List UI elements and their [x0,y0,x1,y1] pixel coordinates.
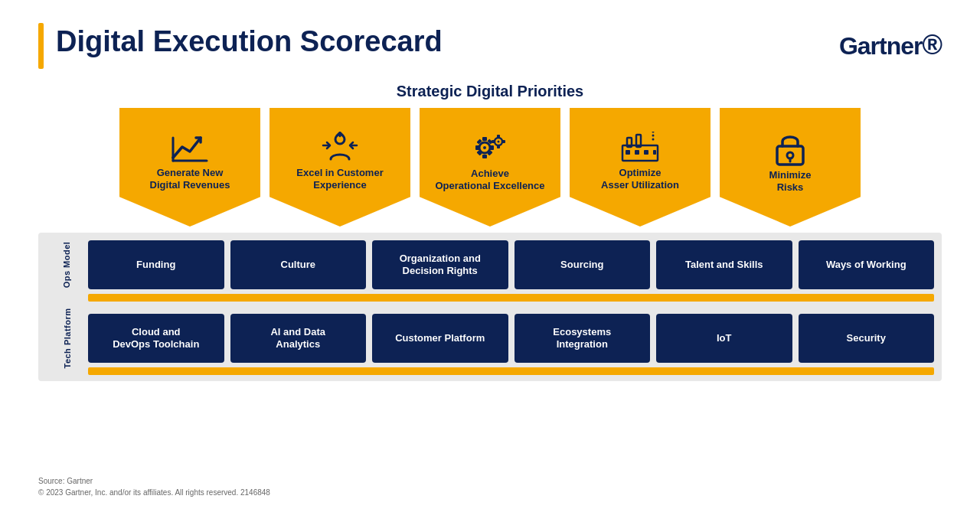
pentagon-achieve: AchieveOperational Excellence [420,108,560,227]
title-accent-bar [38,23,44,69]
svg-point-31 [652,132,655,133]
pentagon-shape-optimize: OptimizeAsser Utilization [570,108,710,227]
ops-model-label: Ops Model [63,242,72,289]
cell-ai: AI and DataAnalytics [230,314,367,363]
ops-model-row: Ops Model Funding Culture Organization a… [38,233,942,289]
strategic-label: Strategic Digital Priorities [0,83,980,100]
cell-ecosystems: EcosystemsIntegration [514,314,651,363]
svg-rect-11 [490,145,494,150]
cell-funding: Funding [88,240,224,289]
tech-platform-row: Tech Platform Cloud andDevOps Toolchain … [38,306,942,363]
footer-line2: © 2023 Gartner, Inc. and/or its affiliat… [38,487,270,498]
svg-rect-21 [502,140,505,143]
ops-model-label-container: Ops Model [46,240,88,289]
svg-rect-18 [497,135,500,138]
footer-line1: Source: Gartner [38,475,270,487]
svg-rect-19 [497,145,500,148]
pentagon-excel: Excel in CustomerExperience [270,108,410,227]
chart-up-icon [170,132,210,164]
svg-rect-28 [653,150,656,155]
pentagon-optimize: OptimizeAsser Utilization [570,108,710,227]
cell-customer-platform: Customer Platform [372,314,508,363]
svg-rect-9 [482,155,487,158]
pentagon-generate: Generate NewDigital Revenues [119,108,260,227]
title-block: Digital Execution Scorecard [38,23,443,69]
cell-culture: Culture [230,240,367,289]
pentagons-row: Generate NewDigital Revenues Excel in Cu… [0,108,980,227]
pentagon-label-generate: Generate NewDigital Revenues [150,167,230,191]
svg-point-30 [652,135,655,137]
person-arrows-icon [320,132,360,164]
svg-rect-10 [475,145,479,150]
pentagon-shape-minimize: MinimizeRisks [720,108,861,227]
gartner-logo: Gartner® [839,23,942,61]
gears-icon [469,131,511,165]
cell-talent: Talent and Skills [656,240,792,289]
pentagon-shape-achieve: AchieveOperational Excellence [420,108,560,227]
cell-iot: IoT [656,314,792,363]
grid-bottom-space [38,375,942,381]
pentagon-label-optimize: OptimizeAsser Utilization [601,167,679,191]
header: Digital Execution Scorecard Gartner® [0,0,980,69]
pentagon-label-minimize: MinimizeRisks [769,169,812,193]
cell-sourcing: Sourcing [514,240,651,289]
svg-rect-25 [626,150,630,155]
footer: Source: Gartner © 2023 Gartner, Inc. and… [38,475,270,498]
svg-rect-20 [492,140,495,143]
ops-model-cells: Funding Culture Organization andDecision… [88,240,934,289]
svg-point-17 [498,141,500,143]
pentagon-label-excel: Excel in CustomerExperience [296,167,383,191]
cell-ways: Ways of Working [799,240,935,289]
pentagon-shape-generate: Generate NewDigital Revenues [119,108,260,227]
pentagon-label-achieve: AchieveOperational Excellence [435,168,544,191]
tech-platform-cells: Cloud andDevOps Toolchain AI and DataAna… [88,314,934,363]
svg-rect-27 [644,150,648,155]
page-title: Digital Execution Scorecard [56,23,443,69]
cell-security: Security [799,314,935,363]
tech-accent-bar [88,367,934,375]
cell-cloud: Cloud andDevOps Toolchain [88,314,224,363]
svg-point-7 [483,146,486,149]
cell-org: Organization andDecision Rights [372,240,508,289]
pentagon-minimize: MinimizeRisks [720,108,861,227]
grid-section: Ops Model Funding Culture Organization a… [38,233,942,381]
svg-point-29 [652,139,655,141]
factory-icon [619,132,661,164]
svg-rect-26 [635,150,639,155]
svg-rect-8 [482,137,487,141]
tech-platform-label: Tech Platform [63,308,72,368]
tech-platform-label-container: Tech Platform [46,314,88,363]
pentagon-shape-excel: Excel in CustomerExperience [270,108,410,227]
ops-accent-bar [88,294,934,302]
lock-icon [773,129,808,166]
